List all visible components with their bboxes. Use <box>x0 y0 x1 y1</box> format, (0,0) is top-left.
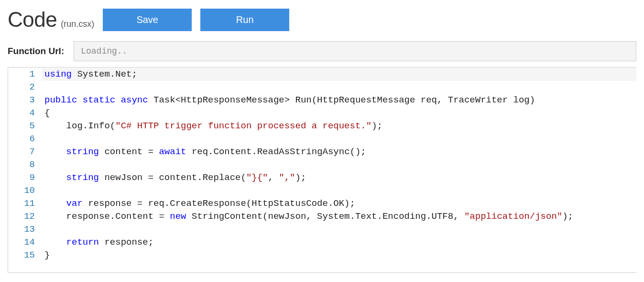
line-source[interactable] <box>42 133 636 146</box>
function-url-input[interactable] <box>74 41 636 61</box>
line-number: 3 <box>8 94 42 107</box>
code-line[interactable]: 4{ <box>8 107 636 120</box>
code-line[interactable]: 8 <box>8 158 636 171</box>
line-number: 7 <box>8 146 42 158</box>
line-number: 8 <box>8 158 42 171</box>
line-number: 6 <box>8 133 42 146</box>
token-plain: log.Info( <box>44 121 115 131</box>
code-line[interactable]: 15} <box>8 249 636 262</box>
run-button[interactable]: Run <box>200 9 289 31</box>
line-source[interactable]: { <box>42 107 636 120</box>
header-row: Code (run.csx) Save Run <box>8 8 636 32</box>
token-str: "," <box>279 172 295 183</box>
token-plain: response = req.CreateResponse(HttpStatus… <box>88 198 355 209</box>
token-kw: return <box>66 237 105 248</box>
line-number: 1 <box>8 68 42 81</box>
code-line[interactable]: 7 string content = await req.Content.Rea… <box>8 146 636 158</box>
line-source[interactable] <box>42 223 636 236</box>
token-plain: response; <box>104 237 153 248</box>
line-number: 12 <box>8 210 42 223</box>
code-line[interactable]: 1using System.Net; <box>8 68 636 81</box>
line-number: 2 <box>8 81 42 94</box>
token-kw: public static async <box>44 95 153 105</box>
token-kw: string <box>66 147 105 157</box>
token-kw: var <box>66 198 88 209</box>
code-editor[interactable]: 1using System.Net;23public static async … <box>8 67 636 273</box>
code-line[interactable]: 13 <box>8 223 636 236</box>
line-number: 5 <box>8 120 42 133</box>
token-kw: await <box>159 147 191 157</box>
function-url-label: Function Url: <box>8 46 67 56</box>
token-plain: { <box>44 108 50 118</box>
code-line[interactable]: 14 return response; <box>8 236 636 249</box>
line-source[interactable]: string content = await req.Content.ReadA… <box>42 146 636 158</box>
title-block: Code (run.csx) <box>8 8 94 32</box>
line-number: 13 <box>8 223 42 236</box>
line-source[interactable] <box>42 184 636 197</box>
line-number: 4 <box>8 107 42 120</box>
code-line[interactable]: 3public static async Task<HttpResponseMe… <box>8 94 636 107</box>
line-source[interactable]: response.Content = new StringContent(new… <box>42 210 636 223</box>
line-source[interactable]: return response; <box>42 236 636 249</box>
code-line[interactable]: 2 <box>8 81 636 94</box>
line-source[interactable]: string newJson = content.Replace("}{", "… <box>42 171 636 184</box>
line-source[interactable] <box>42 158 636 171</box>
token-plain: newJson = content.Replace( <box>104 172 246 183</box>
code-line[interactable]: 5 log.Info("C# HTTP trigger function pro… <box>8 120 636 133</box>
line-source[interactable]: public static async Task<HttpResponseMes… <box>42 94 636 107</box>
token-plain <box>44 147 66 157</box>
token-kw: using <box>44 69 77 79</box>
line-number: 9 <box>8 171 42 184</box>
token-plain: ); <box>562 211 573 222</box>
token-str: "}{" <box>246 172 268 183</box>
token-plain <box>44 172 66 183</box>
line-number: 10 <box>8 184 42 197</box>
line-number: 14 <box>8 236 42 249</box>
token-plain: StringContent(newJson, System.Text.Encod… <box>192 211 464 222</box>
line-source[interactable] <box>42 81 636 94</box>
page-subtitle: (run.csx) <box>61 19 94 29</box>
code-line[interactable]: 6 <box>8 133 636 146</box>
token-kw: new <box>170 211 192 222</box>
code-line[interactable]: 12 response.Content = new StringContent(… <box>8 210 636 223</box>
code-line[interactable]: 11 var response = req.CreateResponse(Htt… <box>8 197 636 210</box>
token-plain: Task<HttpResponseMessage> Run(HttpReques… <box>153 95 535 105</box>
function-url-row: Function Url: <box>8 41 636 61</box>
token-plain: req.Content.ReadAsStringAsync(); <box>192 147 366 157</box>
token-plain: } <box>44 250 50 260</box>
token-plain: response.Content = <box>44 211 170 222</box>
page-title: Code <box>8 8 57 32</box>
line-source[interactable]: log.Info("C# HTTP trigger function proce… <box>42 120 636 133</box>
code-line[interactable]: 10 <box>8 184 636 197</box>
line-number: 11 <box>8 197 42 210</box>
token-kw: string <box>66 172 105 183</box>
token-plain: content = <box>104 147 159 157</box>
line-number: 15 <box>8 249 42 262</box>
token-plain: , <box>268 172 279 183</box>
token-plain: ); <box>371 121 382 131</box>
token-str: "application/json" <box>464 211 562 222</box>
save-button[interactable]: Save <box>103 9 192 31</box>
token-plain: System.Net; <box>77 69 137 79</box>
code-line[interactable]: 9 string newJson = content.Replace("}{",… <box>8 171 636 184</box>
token-plain <box>44 237 66 248</box>
line-source[interactable]: } <box>42 249 636 262</box>
token-plain <box>44 198 66 209</box>
token-plain: ); <box>295 172 306 183</box>
line-source[interactable]: using System.Net; <box>42 68 636 81</box>
token-str: "C# HTTP trigger function processed a re… <box>115 121 371 131</box>
line-source[interactable]: var response = req.CreateResponse(HttpSt… <box>42 197 636 210</box>
